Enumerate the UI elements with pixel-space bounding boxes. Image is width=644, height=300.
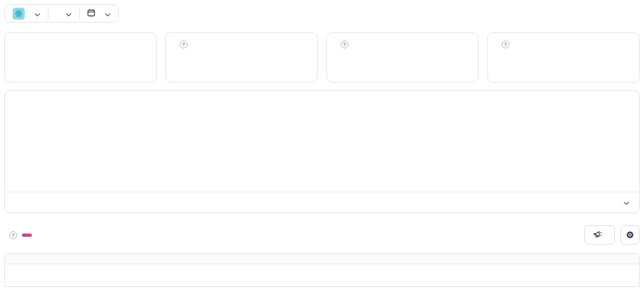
help-icon[interactable]: ? (341, 41, 348, 48)
gear-icon: ⚙ (626, 230, 634, 240)
chevron-down-icon (35, 9, 40, 19)
project-stats-card (4, 90, 640, 213)
react-project-icon (13, 8, 25, 20)
chevron-down-icon (105, 9, 110, 19)
help-icon[interactable]: ? (502, 41, 509, 48)
table-row[interactable] (5, 264, 639, 286)
stat-card-dropped: ? (487, 32, 640, 82)
spike-protection-header: ? ⚙ (4, 225, 640, 245)
date-range-row (5, 192, 639, 213)
stat-card-accepted: ? (165, 32, 318, 82)
project-selector[interactable] (5, 5, 48, 22)
category-selector[interactable] (48, 5, 79, 22)
settings-button[interactable]: ⚙ (620, 225, 640, 245)
stat-card-filtered: ? (326, 32, 479, 82)
spike-protection-page: ? ? ? (0, 0, 644, 291)
calendar-icon (87, 9, 95, 19)
megaphone-icon (593, 230, 602, 240)
beta-badge (22, 234, 32, 237)
stat-card-total (4, 32, 157, 82)
project-stats-chart (15, 101, 629, 186)
help-icon[interactable]: ? (180, 41, 187, 48)
date-range-selector[interactable] (80, 5, 118, 22)
give-feedback-button[interactable] (584, 225, 615, 245)
help-icon[interactable]: ? (9, 231, 17, 239)
chevron-down-icon (66, 9, 71, 19)
chart-body (5, 99, 639, 188)
type-selector[interactable] (616, 198, 629, 207)
chevron-down-icon (624, 198, 629, 207)
past-spikes-table (4, 253, 640, 287)
filter-bar (4, 4, 119, 23)
table-header-row (5, 254, 639, 264)
stat-cards-row: ? ? ? (4, 32, 640, 82)
